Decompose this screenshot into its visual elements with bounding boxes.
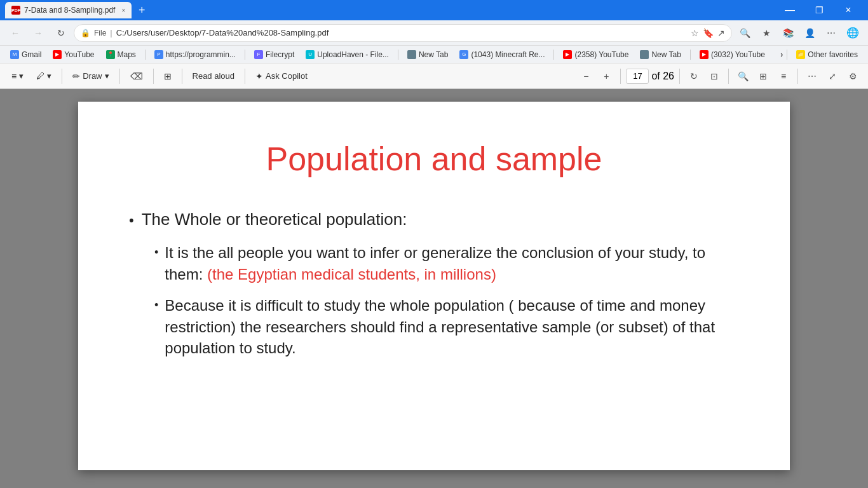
- bookmark-minecraft[interactable]: G (1043) Minecraft Re...: [454, 49, 550, 60]
- bookmark-newtab2[interactable]: New Tab: [635, 49, 686, 60]
- fit-icon: ⊡: [710, 71, 718, 81]
- bookmark-youtube[interactable]: ▶ YouTube: [48, 49, 99, 60]
- expand-button[interactable]: ⤢: [824, 67, 841, 85]
- bookmark-separator-4: [553, 50, 554, 60]
- zoom-minus-button[interactable]: −: [577, 67, 595, 85]
- bookmark-gmail[interactable]: M Gmail: [5, 49, 46, 60]
- close-button[interactable]: ×: [834, 0, 863, 20]
- file-label: File: [94, 29, 106, 37]
- refresh-button[interactable]: ↻: [51, 23, 71, 43]
- bookmarks-bar: M Gmail ▶ YouTube 📍 Maps P https://progr…: [0, 46, 868, 64]
- profile-icon: 👤: [804, 28, 815, 38]
- page-navigation: of 26: [626, 69, 674, 84]
- bookmark-other-favorites[interactable]: 📁 Other favorites: [791, 49, 863, 60]
- more-tools-button[interactable]: ⋯: [803, 67, 821, 85]
- edge-icon[interactable]: 🌐: [843, 23, 863, 43]
- active-tab[interactable]: PDF 7-Data and 8-Sampling.pdf ×: [5, 2, 132, 18]
- bookmark-other-label: Other favorites: [808, 50, 858, 59]
- more-tools-icon: ⋯: [808, 71, 817, 81]
- ask-copilot-button[interactable]: ✦ Ask Copilot: [250, 67, 313, 85]
- ask-copilot-label: Ask Copilot: [266, 71, 308, 81]
- back-icon: ←: [11, 28, 20, 38]
- draw-button[interactable]: ✏ Draw ▾: [67, 67, 114, 85]
- toolbar-separator-4: [182, 69, 182, 84]
- bookmark-newtab2-label: New Tab: [651, 50, 681, 59]
- bookmark-newtab1[interactable]: New Tab: [402, 49, 453, 60]
- zoom-plus-button[interactable]: +: [597, 67, 615, 85]
- bookmark-uploadhaven-label: UploadHaven - File...: [317, 50, 389, 59]
- settings-icon: ⚙: [849, 71, 857, 81]
- newtab1-favicon: [407, 50, 416, 59]
- toolbar-separator-3: [153, 69, 154, 84]
- youtube2-favicon: ▶: [563, 50, 572, 59]
- collections-icon[interactable]: 🔖: [703, 28, 714, 38]
- copilot-icon: ✦: [255, 71, 263, 81]
- forward-button[interactable]: →: [28, 23, 48, 43]
- title-bar: PDF 7-Data and 8-Sampling.pdf × + — ❐ ×: [0, 0, 868, 20]
- page-view-button[interactable]: ⊞: [754, 67, 772, 85]
- selection-tool[interactable]: ⊞: [159, 67, 177, 85]
- tab-close-button[interactable]: ×: [121, 7, 125, 14]
- draw-label: Draw: [83, 71, 102, 81]
- bookmark-maps-label: Maps: [118, 50, 136, 59]
- read-aloud-button[interactable]: Read aloud: [187, 67, 240, 85]
- highlight-icon: 🖊: [36, 71, 44, 81]
- tab-title: 7-Data and 8-Sampling.pdf: [24, 6, 115, 15]
- search-pdf-icon: 🔍: [738, 71, 749, 81]
- back-button[interactable]: ←: [5, 23, 25, 43]
- table-of-contents-button[interactable]: ≡: [775, 67, 792, 85]
- collections-icon: 📚: [783, 28, 794, 38]
- minecraft-favicon: G: [459, 50, 468, 59]
- youtube-favicon: ▶: [53, 50, 62, 59]
- draw-chevron: ▾: [105, 71, 109, 81]
- lock-icon: 🔒: [81, 29, 90, 37]
- bullet-main-text: The Whole or theoretical population:: [142, 210, 407, 229]
- settings-button[interactable]: ⚙: [844, 67, 862, 85]
- refresh-icon: ↻: [57, 28, 65, 38]
- folder-favicon: 📁: [796, 50, 805, 59]
- bookmark-programming[interactable]: P https://programmin...: [149, 49, 241, 60]
- toc-icon: ≡: [781, 71, 786, 81]
- favorites-button[interactable]: ★: [756, 23, 776, 43]
- toolbar-separator-8: [728, 69, 729, 84]
- bookmark-newtab1-label: New Tab: [419, 50, 448, 59]
- annotation-toolbar-toggle[interactable]: ≡ ▾: [6, 67, 29, 85]
- window-controls: — ❐ ×: [775, 0, 863, 20]
- bookmark-maps[interactable]: 📍 Maps: [101, 49, 141, 60]
- more-bookmarks[interactable]: ›: [780, 50, 783, 59]
- bookmark-filecrypt[interactable]: F Filecrypt: [249, 49, 299, 60]
- read-aloud-label: Read aloud: [193, 71, 235, 81]
- bookmark-separator-6: [787, 50, 787, 60]
- share-icon[interactable]: ↗: [717, 28, 725, 38]
- profile-button[interactable]: 👤: [799, 23, 820, 43]
- new-tab-button[interactable]: +: [133, 1, 151, 19]
- more-button[interactable]: ⋯: [821, 23, 841, 43]
- maps-favicon: 📍: [106, 50, 115, 59]
- address-text: C:/Users/user/Desktop/7-Data%20and%208-S…: [116, 28, 687, 37]
- bookmark-youtube2[interactable]: ▶ (2358) YouTube: [558, 49, 634, 60]
- maximize-button[interactable]: ❐: [804, 0, 834, 20]
- bookmark-uploadhaven[interactable]: U UploadHaven - File...: [301, 49, 394, 60]
- search-browser-button[interactable]: 🔍: [735, 23, 755, 43]
- bookmark-filecrypt-label: Filecrypt: [266, 50, 294, 59]
- star-icon[interactable]: ☆: [691, 28, 699, 38]
- toolbar-separator-7: [679, 69, 680, 84]
- highlight-tool[interactable]: 🖊 ▾: [31, 67, 57, 85]
- rotate-icon: ↻: [690, 71, 698, 81]
- bookmark-youtube3[interactable]: ▶ (3032) YouTube: [695, 49, 770, 60]
- page-number-input[interactable]: [626, 69, 649, 84]
- toolbar-separator-5: [245, 69, 245, 84]
- pdf-content-area: Population and sample • The Whole or the…: [0, 89, 868, 488]
- uploadhaven-favicon: U: [306, 50, 315, 59]
- address-bar[interactable]: 🔒 File | C:/Users/user/Desktop/7-Data%20…: [74, 24, 732, 42]
- rotate-button[interactable]: ↻: [685, 67, 703, 85]
- search-pdf-button[interactable]: 🔍: [734, 67, 752, 85]
- pdf-right-tools: − + of 26 ↻ ⊡ 🔍 ⊞ ≡ ⋯ ⤢: [577, 67, 862, 85]
- toolbar-separator-1: [62, 69, 62, 84]
- fit-page-button[interactable]: ⊡: [705, 67, 723, 85]
- eraser-tool[interactable]: ⌫: [125, 67, 148, 85]
- minimize-button[interactable]: —: [775, 0, 804, 20]
- bullet-sub-2: • Because it is difficult to study the w…: [154, 295, 739, 359]
- collections-button[interactable]: 📚: [778, 23, 798, 43]
- bookmark-gmail-label: Gmail: [22, 50, 41, 59]
